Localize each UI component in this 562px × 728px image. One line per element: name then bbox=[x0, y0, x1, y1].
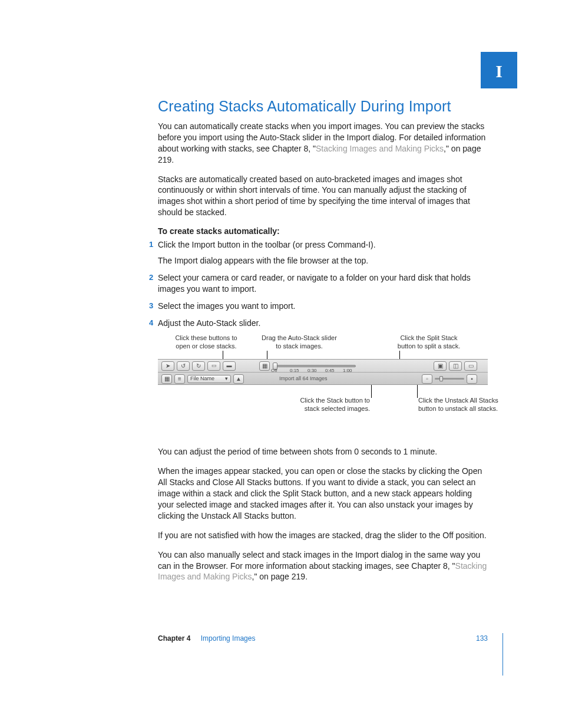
sort-key-dropdown[interactable]: File Name ▾ bbox=[187, 375, 231, 383]
step-number: 1 bbox=[149, 239, 153, 250]
cross-reference-link[interactable]: Stacking Images and Making Picks bbox=[316, 144, 444, 153]
step-text: Adjust the Auto-Stack slider. bbox=[158, 318, 260, 328]
intro-paragraph-2: Stacks are automatically created based o… bbox=[158, 174, 488, 219]
step-number: 3 bbox=[149, 301, 153, 311]
intro-paragraph-1: You can automatically create stacks when… bbox=[158, 121, 488, 166]
auto-stack-slider[interactable] bbox=[273, 365, 356, 367]
step-number: 4 bbox=[149, 318, 153, 328]
steps-list: 1 Click the Import button in the toolbar… bbox=[158, 239, 488, 328]
sort-key-label: File Name bbox=[190, 375, 214, 382]
pointer-tool-button[interactable]: ➤ bbox=[161, 361, 174, 371]
callout-unstack-all: Click the Unstack All Stacks button to u… bbox=[418, 397, 501, 413]
split-stack-button[interactable]: ◫ bbox=[449, 361, 462, 371]
step-text: Click the Import button in the toolbar (… bbox=[158, 240, 376, 249]
step-text: Select your camera or card reader, or na… bbox=[158, 273, 471, 294]
page-heading: Creating Stacks Automatically During Imp… bbox=[158, 98, 488, 115]
step-item: 4 Adjust the Auto-Stack slider. bbox=[158, 318, 488, 329]
grid-view-button[interactable]: ▦ bbox=[161, 374, 172, 384]
step-subtext: The Import dialog appears with the file … bbox=[158, 255, 488, 266]
step-number: 2 bbox=[149, 272, 153, 283]
page-content: Creating Stacks Automatically During Imp… bbox=[158, 98, 488, 591]
toolbar-upper-row: ➤ ↺ ↻ ▭ ▬ ▦ Off 0:15 0:30 0:45 1:00 bbox=[158, 360, 488, 373]
callout-line bbox=[371, 385, 372, 398]
stack-toggle-button[interactable]: ▦ bbox=[259, 361, 270, 371]
body-paragraph: When the images appear stacked, you can … bbox=[158, 466, 488, 521]
slider-tick: 1:00 bbox=[343, 368, 352, 374]
thumbnail-large-icon[interactable]: ▪ bbox=[467, 374, 477, 384]
chapter-name: Importing Images bbox=[201, 634, 256, 643]
body-paragraph: If you are not satisfied with how the im… bbox=[158, 530, 488, 541]
page-section-tab: I bbox=[481, 52, 517, 88]
callout-drag-slider: Drag the Auto-Stack slider to stack imag… bbox=[261, 334, 338, 351]
callout-stack-button: Click the Stack button to stack selected… bbox=[287, 397, 370, 413]
footer-rule bbox=[503, 633, 503, 676]
import-toolbar: ➤ ↺ ↻ ▭ ▬ ▦ Off 0:15 0:30 0:45 1:00 bbox=[158, 359, 488, 385]
step-item: 2 Select your camera or card reader, or … bbox=[158, 272, 488, 295]
steps-heading: To create stacks automatically: bbox=[158, 226, 488, 236]
step-item: 3 Select the images you want to import. bbox=[158, 301, 488, 312]
slider-tick: 0:15 bbox=[290, 368, 299, 374]
close-stacks-button[interactable]: ▬ bbox=[223, 361, 236, 371]
callout-open-close: Click these buttons to open or close sta… bbox=[171, 334, 242, 351]
open-stacks-button[interactable]: ▭ bbox=[207, 361, 220, 371]
body-paragraph: You can also manually select and stack i… bbox=[158, 549, 488, 583]
callout-split-stack: Click the Split Stack button to split a … bbox=[394, 334, 464, 351]
slider-tick: 0:30 bbox=[308, 368, 317, 374]
slider-knob[interactable] bbox=[439, 376, 443, 381]
import-count-label: Import all 64 Images bbox=[279, 375, 328, 382]
step-text: Select the images you want to import. bbox=[158, 301, 295, 311]
stack-close-icon: ▬ bbox=[227, 363, 232, 369]
slider-tick: 0:45 bbox=[325, 368, 335, 374]
page-footer: Chapter 4 Importing Images 133 bbox=[158, 634, 488, 643]
sort-direction-button[interactable]: ▲ bbox=[233, 374, 244, 384]
thumbnail-size-slider[interactable] bbox=[435, 378, 464, 380]
para6-text-a: You can also manually select and stack i… bbox=[158, 550, 480, 571]
page-number: 133 bbox=[476, 634, 488, 643]
callout-line bbox=[417, 385, 418, 398]
para6-text-b: ," on page 219. bbox=[252, 572, 308, 581]
stack-button[interactable]: ▣ bbox=[434, 361, 447, 371]
auto-stack-slider-area: Off 0:15 0:30 0:45 1:00 bbox=[273, 364, 356, 367]
toolbar-lower-row: ▦ ≡ File Name ▾ ▲ Import all 64 Images ▫… bbox=[158, 373, 488, 385]
footer-left: Chapter 4 Importing Images bbox=[158, 634, 255, 643]
slider-tick: Off bbox=[271, 368, 277, 374]
body-paragraph: You can adjust the period of time betwee… bbox=[158, 446, 488, 457]
toolbar-figure: Click these buttons to open or close sta… bbox=[158, 334, 488, 432]
unstack-all-button[interactable]: ▭ bbox=[464, 361, 477, 371]
list-view-button[interactable]: ≡ bbox=[174, 374, 185, 384]
step-item: 1 Click the Import button in the toolbar… bbox=[158, 239, 488, 266]
rotate-cw-button[interactable]: ↻ bbox=[192, 361, 205, 371]
rotate-ccw-button[interactable]: ↺ bbox=[177, 361, 190, 371]
stack-open-icon: ▭ bbox=[211, 363, 217, 369]
dropdown-arrows-icon: ▾ bbox=[225, 375, 228, 382]
thumbnail-small-icon[interactable]: ▫ bbox=[422, 374, 432, 384]
chapter-label: Chapter 4 bbox=[158, 634, 190, 643]
